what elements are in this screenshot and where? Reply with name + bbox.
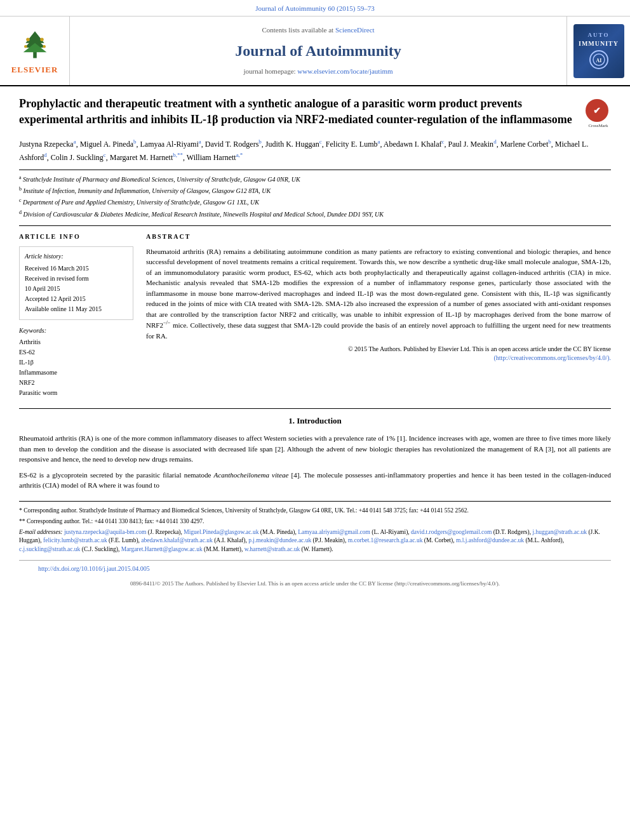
email-lumb[interactable]: felicity.lumb@strath.ac.uk bbox=[43, 537, 107, 543]
introduction-section: 1. Introduction Rheumatoid arthritis (RA… bbox=[19, 408, 611, 491]
keywords-section: Keywords: Arthritis ES-62 IL-1β Inflamma… bbox=[19, 326, 133, 398]
history-label: Article history: bbox=[25, 252, 128, 261]
keyword-nrf2: NRF2 bbox=[19, 378, 133, 388]
article-title-section: Prophylactic and therapeutic treatment w… bbox=[19, 96, 611, 130]
right-column: ABSTRACT Rheumatoid arthritis (RA) remai… bbox=[146, 232, 611, 398]
two-column-section: ARTICLE INFO Article history: Received 1… bbox=[19, 225, 611, 398]
homepage-url: www.elsevier.com/locate/jautimm bbox=[297, 67, 392, 75]
badge-circle-icon: AI bbox=[589, 50, 608, 69]
journal-header: ELSEVIER Contents lists available at Sci… bbox=[0, 17, 630, 86]
contents-prefix: Contents lists available at bbox=[262, 26, 335, 34]
left-column: ARTICLE INFO Article history: Received 1… bbox=[19, 232, 133, 398]
article-title: Prophylactic and therapeutic treatment w… bbox=[19, 96, 579, 127]
email-rodgers[interactable]: david.t.rodgers@googlemail.com bbox=[411, 529, 492, 535]
sciencedirect-link[interactable]: ScienceDirect bbox=[335, 26, 375, 34]
abstract-heading: ABSTRACT bbox=[146, 232, 611, 241]
svg-point-7 bbox=[43, 45, 46, 48]
badge-immunity-text: IMMUNITY bbox=[579, 39, 619, 48]
elsevier-tree-icon bbox=[16, 27, 54, 62]
journal-reference: Journal of Autoimmunity 60 (2015) 59–73 bbox=[255, 4, 374, 12]
intro-paragraph-1: Rheumatoid arthritis (RA) is one of the … bbox=[19, 433, 611, 465]
footnote-star: * Corresponding author. Strathclyde Inst… bbox=[19, 507, 611, 515]
journal-badge-area: AUTO IMMUNITY AI bbox=[566, 17, 630, 85]
introduction-heading: 1. Introduction bbox=[19, 415, 611, 427]
keyword-il1b: IL-1β bbox=[19, 357, 133, 368]
elsevier-logo-area: ELSEVIER bbox=[0, 17, 70, 85]
keyword-es62: ES-62 bbox=[19, 347, 133, 357]
doi-bar: http://dx.doi.org/10.1016/j.jaut.2015.04… bbox=[19, 560, 611, 577]
crossmark-badge[interactable]: ✔ CrossMark bbox=[586, 99, 611, 130]
affiliation-a: a Strathclyde Institute of Pharmacy and … bbox=[19, 174, 611, 184]
page-wrapper: Journal of Autoimmunity 60 (2015) 59–73 bbox=[0, 0, 630, 603]
crossmark-icon: ✔ bbox=[586, 99, 608, 122]
doi-link[interactable]: http://dx.doi.org/10.1016/j.jaut.2015.04… bbox=[38, 564, 150, 573]
badge-auto-text: AUTO bbox=[588, 31, 610, 39]
email-suckling[interactable]: c.j.suckling@strath.ac.uk bbox=[19, 546, 80, 552]
cc-text: © 2015 The Authors. Published by Elsevie… bbox=[348, 345, 611, 352]
article-info-heading: ARTICLE INFO bbox=[19, 232, 133, 241]
affiliation-d: d Division of Cardiovascular & Diabetes … bbox=[19, 209, 611, 219]
email-mharnett[interactable]: Margaret.Harnett@glasgow.ac.uk bbox=[121, 546, 203, 552]
cc-url: (http://creativecommons.org/licenses/by/… bbox=[494, 354, 612, 361]
received-date: Received 16 March 2015 bbox=[25, 263, 128, 274]
affiliation-b: b Institute of Infection, Immunity and I… bbox=[19, 185, 611, 196]
cc-license-line: © 2015 The Authors. Published by Elsevie… bbox=[146, 345, 611, 363]
issn-text: 0896-8411/© 2015 The Authors. Published … bbox=[130, 580, 500, 587]
email-rzepecka[interactable]: justyna.rzepecka@aquila-bm.com bbox=[64, 529, 147, 535]
keyword-inflammasome: Inflammasome bbox=[19, 368, 133, 378]
available-date: Available online 11 May 2015 bbox=[25, 304, 128, 314]
email-wharnett[interactable]: w.harnett@strath.ac.uk bbox=[245, 546, 300, 552]
article-history-box: Article history: Received 16 March 2015 … bbox=[19, 246, 133, 320]
contents-line: Contents lists available at ScienceDirec… bbox=[262, 25, 374, 35]
svg-point-5 bbox=[40, 37, 44, 41]
revised-date: 10 April 2015 bbox=[25, 284, 128, 294]
elsevier-brand-text: ELSEVIER bbox=[11, 64, 58, 76]
keyword-parasitic: Parasitic worm bbox=[19, 388, 133, 398]
affiliations-section: a Strathclyde Institute of Pharmacy and … bbox=[19, 170, 611, 219]
footnote-doublestar: ** Corresponding author. Tel.: +44 0141 … bbox=[19, 517, 611, 526]
email-meakin[interactable]: p.j.meakin@dundee.ac.uk bbox=[248, 537, 311, 543]
journal-title-header: Journal of Autoimmunity bbox=[235, 41, 401, 62]
elsevier-logo: ELSEVIER bbox=[11, 27, 58, 76]
abstract-paragraph: Rheumatoid arthritis (RA) remains a debi… bbox=[146, 246, 611, 341]
email-alriyami[interactable]: Lamyaa.alriyami@gmail.com bbox=[298, 529, 370, 535]
header-center: Contents lists available at ScienceDirec… bbox=[70, 17, 566, 85]
email-khalaf[interactable]: abedawn.khalaf@strath.ac.uk bbox=[141, 537, 212, 543]
email-pineda[interactable]: Miguel.Pineda@glasgow.ac.uk bbox=[184, 529, 258, 535]
intro-paragraph-2: ES-62 is a glycoprotein secreted by the … bbox=[19, 470, 611, 491]
email-corbet[interactable]: m.corbet.1@research.gla.ac.uk bbox=[348, 537, 423, 543]
footnote-emails: E-mail addresses: justyna.rzepecka@aquil… bbox=[19, 528, 611, 554]
keyword-arthritis: Arthritis bbox=[19, 337, 133, 347]
footnotes-section: * Corresponding author. Strathclyde Inst… bbox=[19, 501, 611, 554]
homepage-line: journal homepage: www.elsevier.com/locat… bbox=[243, 67, 392, 76]
accepted-date: Accepted 12 April 2015 bbox=[25, 294, 128, 304]
svg-text:AI: AI bbox=[596, 58, 601, 63]
homepage-prefix: journal homepage: bbox=[243, 67, 297, 75]
issn-line: 0896-8411/© 2015 The Authors. Published … bbox=[19, 577, 611, 593]
journal-badge: AUTO IMMUNITY AI bbox=[573, 24, 624, 78]
journal-reference-bar: Journal of Autoimmunity 60 (2015) 59–73 bbox=[0, 0, 630, 17]
email-ashford[interactable]: m.l.j.ashford@dundee.ac.uk bbox=[456, 537, 524, 543]
keywords-label: Keywords: bbox=[19, 326, 133, 335]
crossmark-label: CrossMark bbox=[586, 123, 611, 130]
affiliation-c: c Department of Pure and Applied Chemist… bbox=[19, 197, 611, 207]
email-huggan[interactable]: j.huggan@strath.ac.uk bbox=[532, 529, 587, 535]
main-content: Prophylactic and therapeutic treatment w… bbox=[0, 86, 630, 602]
authors-line: Justyna Rzepeckaa, Miguel A. Pinedab, La… bbox=[19, 137, 611, 164]
svg-point-6 bbox=[24, 45, 27, 48]
received-revised-label: Received in revised form bbox=[25, 274, 128, 284]
abstract-text: Rheumatoid arthritis (RA) remains a debi… bbox=[146, 246, 611, 341]
svg-point-4 bbox=[26, 37, 30, 41]
introduction-text: Rheumatoid arthritis (RA) is one of the … bbox=[19, 433, 611, 491]
